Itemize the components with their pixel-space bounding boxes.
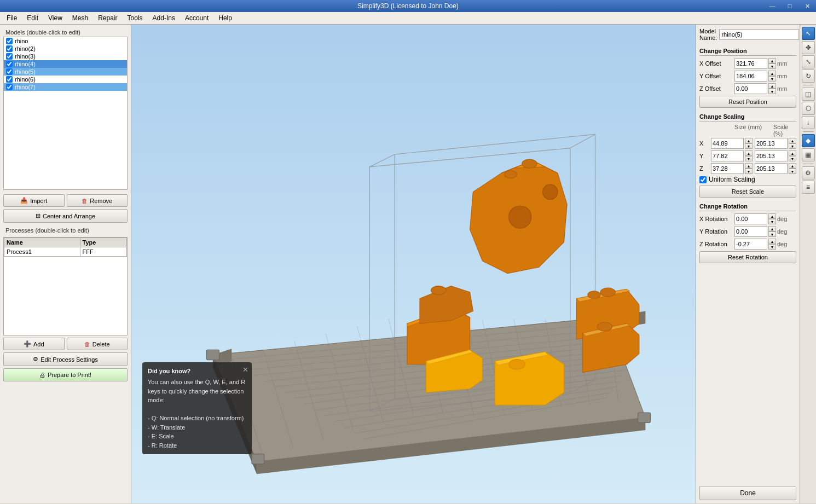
arrange-icon: ⊞ (36, 212, 40, 219)
z-size-input[interactable] (711, 163, 744, 174)
model-item-rhino7[interactable]: rhino(7) (4, 83, 127, 91)
add-button[interactable]: ➕ Add (3, 338, 65, 350)
z-size-up[interactable]: ▲ (745, 163, 753, 169)
center-arrange-button[interactable]: ⊞ Center and Arrange (3, 209, 128, 223)
menu-file[interactable]: File (2, 13, 21, 23)
x-offset-input[interactable] (734, 58, 767, 69)
z-rotation-spinner: ▲ ▼ (768, 239, 776, 250)
menu-help[interactable]: Help (214, 13, 236, 23)
table-row[interactable]: Process1 FFF (4, 247, 127, 257)
x-offset-down[interactable]: ▼ (768, 63, 776, 69)
reset-scale-button[interactable]: Reset Scale (699, 186, 796, 198)
x-size-input-group: ▲ ▼ (711, 138, 753, 149)
remove-button[interactable]: 🗑 Remove (67, 194, 128, 207)
model-checkbox-6[interactable] (6, 76, 13, 83)
move-tool-button[interactable]: ✥ (802, 41, 815, 54)
menu-account[interactable]: Account (181, 13, 213, 23)
model-checkbox-2[interactable] (6, 45, 13, 52)
model-item-rhino2[interactable]: rhino(2) (4, 45, 127, 53)
done-button[interactable]: Done (699, 486, 796, 500)
cube-select-button[interactable]: ▦ (802, 148, 815, 161)
menu-mesh[interactable]: Mesh (68, 13, 92, 23)
menubar: File Edit View Mesh Repair Tools Add-Ins… (0, 12, 816, 25)
menu-repair[interactable]: Repair (94, 13, 121, 23)
z-size-down[interactable]: ▼ (745, 169, 753, 174)
layers-tool-button[interactable]: ≡ (802, 181, 815, 194)
pointer-tool-button[interactable]: ↖ (802, 27, 815, 40)
x-offset-up[interactable]: ▲ (768, 58, 776, 63)
model-name-label: Model Name: (699, 28, 717, 41)
z-rotation-down[interactable]: ▼ (768, 244, 776, 250)
x-rotation-input[interactable] (734, 213, 767, 224)
model-item-rhino4[interactable]: rhino(4) (4, 60, 127, 68)
minimize-button[interactable]: — (763, 0, 781, 12)
x-scale-up[interactable]: ▲ (789, 138, 796, 143)
x-size-down[interactable]: ▼ (745, 143, 753, 149)
y-scale-up[interactable]: ▲ (789, 150, 796, 156)
process-list[interactable]: Name Type Process1 FFF (3, 237, 128, 335)
x-scale-down[interactable]: ▼ (789, 143, 796, 149)
y-rotation-input[interactable] (734, 226, 767, 237)
x-size-up[interactable]: ▲ (745, 138, 753, 143)
tooltip-close-button[interactable]: ✕ (242, 364, 248, 375)
x-scale-input[interactable] (755, 138, 788, 149)
model-checkbox-1[interactable] (6, 38, 13, 44)
viewport[interactable]: ✕ Did you know? You can also use the Q, … (131, 25, 696, 503)
delete-button[interactable]: 🗑 Delete (67, 338, 128, 350)
model-checkbox-7[interactable] (6, 84, 13, 90)
svg-point-63 (600, 288, 615, 297)
reset-rotation-button[interactable]: Reset Rotation (699, 251, 796, 263)
y-offset-input[interactable] (734, 71, 767, 82)
import-button[interactable]: 📥 Import (3, 194, 65, 207)
model-checkbox-3[interactable] (6, 53, 13, 60)
y-rotation-down[interactable]: ▼ (768, 231, 776, 237)
menu-addins[interactable]: Add-Ins (148, 13, 180, 23)
edit-process-button[interactable]: ⚙ Edit Process Settings (3, 352, 128, 366)
z-offset-down[interactable]: ▼ (768, 89, 776, 94)
z-rotation-up[interactable]: ▲ (768, 239, 776, 244)
close-button[interactable]: ✕ (798, 0, 816, 12)
z-scale-up[interactable]: ▲ (789, 163, 796, 169)
z-scale-input[interactable] (755, 163, 788, 174)
paint-tool-button[interactable]: ◆ (802, 134, 815, 147)
x-rotation-down[interactable]: ▼ (768, 219, 776, 224)
y-size-input[interactable] (711, 150, 744, 161)
menu-view[interactable]: View (44, 13, 67, 23)
reset-position-button[interactable]: Reset Position (699, 96, 796, 108)
z-offset-input[interactable] (734, 83, 767, 94)
rotate-tool-button[interactable]: ↻ (802, 69, 815, 83)
y-size-down[interactable]: ▼ (745, 156, 753, 161)
model-list[interactable]: rhino rhino(2) rhino(3) rhino(4) rhino(5… (3, 37, 128, 190)
resize-tool-button[interactable]: ⤡ (802, 55, 815, 68)
uniform-scaling-checkbox[interactable] (699, 176, 707, 183)
y-size-up[interactable]: ▲ (745, 150, 753, 156)
model-item-rhino1[interactable]: rhino (4, 37, 127, 45)
y-scale-input[interactable] (755, 150, 788, 161)
z-offset-up[interactable]: ▲ (768, 83, 776, 89)
y-rotation-row: Y Rotation ▲ ▼ deg (699, 226, 796, 237)
menu-tools[interactable]: Tools (123, 13, 147, 23)
object-tool-button[interactable]: ⬡ (802, 102, 815, 115)
y-rotation-up[interactable]: ▲ (768, 226, 776, 231)
settings-tool-button[interactable]: ⚙ (802, 166, 815, 179)
model-checkbox-5[interactable] (6, 68, 13, 75)
y-offset-down[interactable]: ▼ (768, 76, 776, 82)
maximize-button[interactable]: □ (781, 0, 798, 12)
y-scale-down[interactable]: ▼ (789, 156, 796, 161)
model-item-rhino3[interactable]: rhino(3) (4, 53, 127, 60)
y-scale-row: Y ▲ ▼ ▲ ▼ (699, 150, 796, 161)
z-rotation-input[interactable] (734, 239, 767, 250)
model-name-input[interactable] (719, 29, 799, 40)
x-rotation-up[interactable]: ▲ (768, 213, 776, 219)
prepare-print-button[interactable]: 🖨 Prepare to Print! (3, 368, 128, 381)
x-size-input[interactable] (711, 138, 744, 149)
model-item-rhino6[interactable]: rhino(6) (4, 76, 127, 83)
svg-point-53 (509, 206, 531, 228)
drop-tool-button[interactable]: ↓ (802, 116, 815, 129)
model-checkbox-4[interactable] (6, 61, 13, 67)
y-offset-up[interactable]: ▲ (768, 71, 776, 76)
mirror-tool-button[interactable]: ◫ (802, 88, 815, 101)
model-item-rhino5[interactable]: rhino(5) (4, 68, 127, 76)
menu-edit[interactable]: Edit (22, 13, 43, 23)
z-scale-down[interactable]: ▼ (789, 169, 796, 174)
